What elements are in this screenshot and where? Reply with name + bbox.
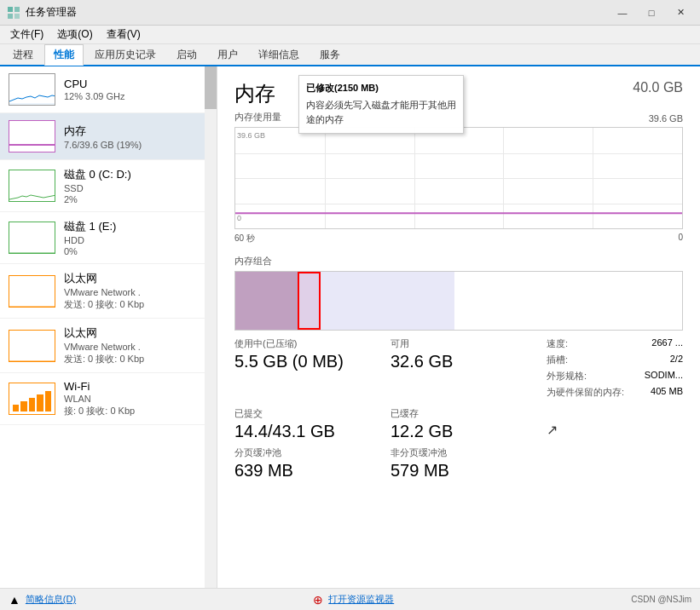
stats-row-3: 分页缓冲池 639 MB 非分页缓冲池 579 MB — [234, 446, 683, 481]
form-factor-label: 外形规格: — [547, 370, 587, 383]
comp-inuse — [235, 272, 298, 330]
reserved-value: 405 MB — [651, 386, 683, 399]
titlebar: 任务管理器 — □ ✕ — [0, 0, 700, 26]
mem-sparkline-svg — [9, 121, 55, 152]
inuse-value: 5.5 GB (0 MB) — [234, 352, 390, 371]
slots-row: 插槽: 2/2 — [547, 354, 683, 366]
svg-rect-0 — [8, 7, 13, 12]
memory-thumbnail — [9, 120, 55, 152]
ethernet1-label: 以太网 — [64, 325, 208, 341]
minimize-button[interactable]: — — [610, 4, 635, 21]
committed-label: 已提交 — [234, 407, 390, 420]
tab-startup[interactable]: 启动 — [167, 44, 206, 65]
sidebar-item-disk0[interactable]: 磁盘 0 (C: D:) SSD 2% — [0, 160, 217, 212]
wifi-bars — [13, 388, 51, 411]
ethernet1-thumbnail — [9, 330, 55, 362]
tab-process[interactable]: 进程 — [3, 44, 43, 65]
disk1-sub1: HDD — [64, 235, 208, 245]
menu-file[interactable]: 文件(F) — [3, 26, 50, 43]
resource-monitor-link[interactable]: ⊕ 打开资源监视器 — [313, 593, 394, 607]
cursor-icon: ↗ — [547, 422, 558, 438]
sidebar-item-cpu[interactable]: CPU 12% 3.09 GHz — [0, 66, 217, 113]
tab-details[interactable]: 详细信息 — [249, 44, 309, 65]
close-button[interactable]: ✕ — [668, 4, 693, 21]
cached-label: 已缓存 — [390, 407, 547, 420]
summary-label[interactable]: 简略信息(D) — [26, 593, 76, 606]
disk0-info: 磁盘 0 (C: D:) SSD 2% — [64, 167, 208, 204]
tab-performance[interactable]: 性能 — [44, 44, 84, 66]
right-stats-col: 速度: 2667 ... 插槽: 2/2 外形规格: SODIM... 为硬件保… — [547, 337, 683, 402]
menu-view[interactable]: 查看(V) — [100, 26, 148, 43]
cursor-area: ↗ — [547, 407, 683, 441]
tab-app-history[interactable]: 应用历史记录 — [85, 44, 165, 65]
resource-monitor-label[interactable]: 打开资源监视器 — [328, 593, 394, 606]
sidebar-item-disk1[interactable]: 磁盘 1 (E:) HDD 0% — [0, 212, 217, 264]
memory-info: 内存 7.6/39.6 GB (19%) — [64, 124, 208, 150]
svg-rect-2 — [8, 14, 13, 19]
time-start: 60 秒 — [234, 233, 255, 245]
sidebar-item-ethernet1[interactable]: 以太网 VMware Network . 发送: 0 接收: 0 Kbp — [0, 319, 217, 373]
wifi-bar-2 — [20, 401, 26, 411]
menubar: 文件(F) 选项(O) 查看(V) — [0, 26, 700, 44]
usage-label: 内存使用量 — [234, 111, 281, 124]
bottombar: ▲ 简略信息(D) ⊕ 打开资源监视器 CSDN @NSJim — [0, 588, 700, 610]
composition-bar — [234, 271, 683, 331]
cached-value: 12.2 GB — [390, 422, 547, 441]
available-label: 可用 — [390, 337, 547, 350]
time-end: 0 — [678, 233, 683, 245]
sidebar-item-wifi[interactable]: Wi-Fi WLAN 接: 0 接收: 0 Kbp — [0, 373, 217, 425]
ethernet1-sub2: 发送: 0 接收: 0 Kbp — [64, 353, 208, 365]
svg-text:39.6 GB: 39.6 GB — [237, 131, 265, 140]
cpu-info: CPU 12% 3.09 GHz — [64, 78, 208, 101]
scrollbar-thumb[interactable] — [205, 66, 217, 109]
sidebar: CPU 12% 3.09 GHz 内存 7.6/39.6 GB (19%) — [0, 66, 217, 588]
wifi-thumbnail — [9, 383, 55, 415]
wifi-bar-1 — [13, 405, 19, 411]
resource-monitor-icon: ⊕ — [313, 593, 323, 607]
comp-modified — [298, 272, 320, 330]
inuse-label: 使用中(已压缩) — [234, 337, 390, 350]
tab-users[interactable]: 用户 — [208, 44, 247, 65]
memory-sub: 7.6/39.6 GB (19%) — [64, 140, 208, 150]
ethernet0-label: 以太网 — [64, 271, 208, 286]
tooltip: 已修改(2150 MB) 内容必须先写入磁盘才能用于其他用 途的内存 — [298, 75, 464, 134]
paged-pool-label: 分页缓冲池 — [234, 446, 390, 459]
ethernet0-info: 以太网 VMware Network . 发送: 0 接收: 0 Kbp — [64, 271, 208, 311]
sidebar-item-ethernet0[interactable]: 以太网 VMware Network . 发送: 0 接收: 0 Kbp — [0, 264, 217, 319]
usage-value: 39.6 GB — [649, 113, 683, 124]
svg-rect-1 — [14, 7, 20, 12]
form-factor-value: SODIM... — [645, 370, 683, 383]
composition-label: 内存组合 — [234, 255, 683, 268]
ethernet0-sub2: 发送: 0 接收: 0 Kbp — [64, 298, 208, 311]
wifi-bar-5 — [45, 391, 51, 411]
paged-pool-stat: 分页缓冲池 639 MB — [234, 446, 390, 481]
panel-total: 40.0 GB — [633, 80, 683, 95]
watermark: CSDN @NSJim — [631, 595, 691, 604]
speed-row: 速度: 2667 ... — [547, 337, 683, 350]
disk0-sub2: 2% — [64, 194, 208, 204]
comp-standby — [321, 272, 454, 330]
menu-options[interactable]: 选项(O) — [50, 26, 99, 43]
disk1-sub2: 0% — [64, 246, 208, 256]
cpu-sparkline-svg — [9, 74, 55, 106]
paged-pool-value: 639 MB — [234, 461, 390, 481]
inuse-stat: 使用中(已压缩) 5.5 GB (0 MB) — [234, 337, 390, 402]
reserved-label: 为硬件保留的内存: — [547, 386, 624, 399]
ethernet0-thumbnail — [9, 275, 55, 308]
ethernet1-info: 以太网 VMware Network . 发送: 0 接收: 0 Kbp — [64, 325, 208, 365]
speed-value: 2667 ... — [651, 337, 683, 350]
wifi-sub2: 接: 0 接收: 0 Kbp — [64, 405, 208, 417]
summary-toggle[interactable]: ▲ 简略信息(D) — [9, 593, 76, 607]
titlebar-left: 任务管理器 — [7, 5, 77, 20]
disk0-thumbnail — [9, 170, 55, 202]
eth1-sparkline-svg — [9, 331, 55, 362]
reserved-row: 为硬件保留的内存: 405 MB — [547, 386, 683, 399]
available-value: 32.6 GB — [390, 352, 547, 371]
chart-time-labels: 60 秒 0 — [234, 233, 683, 245]
memory-label: 内存 — [64, 124, 208, 139]
eth0-sparkline-svg — [9, 276, 55, 308]
sidebar-item-memory[interactable]: 内存 7.6/39.6 GB (19%) — [0, 113, 217, 160]
tab-services[interactable]: 服务 — [310, 44, 350, 65]
maximize-button[interactable]: □ — [639, 4, 664, 21]
disk0-sub1: SSD — [64, 183, 208, 193]
